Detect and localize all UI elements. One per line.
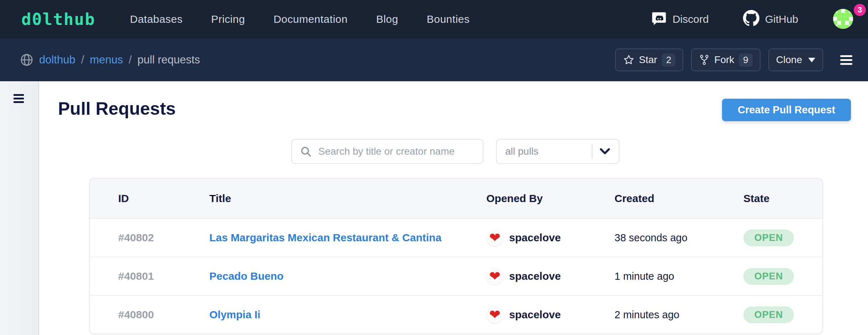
fork-button[interactable]: Fork 9 bbox=[691, 48, 760, 71]
globe-icon bbox=[20, 53, 33, 67]
pr-id: #40802 bbox=[118, 232, 209, 244]
discord-label: Discord bbox=[673, 13, 709, 25]
breadcrumb-current-section: pull requests bbox=[137, 53, 200, 66]
pr-author[interactable]: spacelove bbox=[509, 270, 561, 282]
github-icon bbox=[743, 10, 759, 29]
pr-title-link[interactable]: Las Margaritas Mexican Restaurant & Cant… bbox=[209, 232, 486, 244]
repo-menu-button[interactable] bbox=[840, 55, 852, 65]
breadcrumb-separator: / bbox=[81, 53, 84, 66]
nav-item-documentation[interactable]: Documentation bbox=[273, 13, 347, 25]
content-area: Pull Requests Create Pull Request all pu… bbox=[0, 81, 868, 335]
table-row[interactable]: #40801 Pecado Bueno ❤ spacelove 1 minute… bbox=[90, 257, 822, 295]
caret-down-icon bbox=[808, 58, 815, 62]
pr-opened-by: ❤ spacelove bbox=[486, 268, 615, 285]
github-link[interactable]: GitHub bbox=[743, 10, 798, 29]
nav-item-blog[interactable]: Blog bbox=[376, 13, 398, 25]
status-badge: OPEN bbox=[743, 306, 794, 323]
chevron-down-icon bbox=[600, 148, 610, 155]
breadcrumb: dolthub / menus / pull requests bbox=[20, 38, 200, 81]
discord-icon bbox=[651, 10, 667, 29]
repo-bar: dolthub / menus / pull requests Star 2 bbox=[0, 38, 868, 81]
star-icon bbox=[623, 54, 634, 66]
pr-created-time: 1 minute ago bbox=[615, 270, 743, 282]
page-title: Pull Requests bbox=[58, 98, 176, 119]
pr-author[interactable]: spacelove bbox=[509, 232, 561, 244]
pulls-filter-dropdown[interactable]: all pulls bbox=[496, 139, 619, 164]
breadcrumb-separator: / bbox=[129, 53, 132, 66]
star-label: Star bbox=[639, 54, 657, 66]
dolthub-logo[interactable]: d0lthub bbox=[21, 0, 95, 38]
fork-label: Fork bbox=[714, 54, 734, 66]
column-header-created: Created bbox=[615, 192, 743, 205]
clone-label: Clone bbox=[776, 54, 802, 66]
pr-opened-by: ❤ spacelove bbox=[486, 306, 615, 323]
column-header-state: State bbox=[743, 192, 822, 205]
breadcrumb-repo-link[interactable]: menus bbox=[90, 53, 123, 66]
pr-created-time: 38 seconds ago bbox=[615, 232, 743, 244]
table-row[interactable]: #40802 Las Margaritas Mexican Restaurant… bbox=[90, 218, 822, 257]
column-header-title: Title bbox=[209, 192, 486, 205]
sidebar-toggle-button[interactable] bbox=[14, 94, 24, 103]
status-badge: OPEN bbox=[743, 268, 794, 285]
left-sidebar bbox=[0, 81, 39, 335]
heart-avatar-icon: ❤ bbox=[486, 306, 503, 323]
pr-opened-by: ❤ spacelove bbox=[486, 229, 615, 246]
github-label: GitHub bbox=[765, 13, 798, 25]
breadcrumb-owner-link[interactable]: dolthub bbox=[39, 53, 75, 66]
page: d0lthub Databases Pricing Documentation … bbox=[0, 0, 868, 335]
pr-id: #40801 bbox=[118, 270, 209, 282]
heart-avatar-icon: ❤ bbox=[486, 268, 503, 285]
notification-badge[interactable]: 3 bbox=[854, 4, 866, 16]
clone-button[interactable]: Clone bbox=[768, 48, 823, 71]
create-pull-request-button[interactable]: Create Pull Request bbox=[722, 99, 851, 121]
fork-icon bbox=[699, 54, 710, 66]
table-row[interactable]: #40800 Olympia Ii ❤ spacelove 2 minutes … bbox=[90, 295, 822, 334]
discord-link[interactable]: Discord bbox=[651, 10, 709, 29]
pulls-filter-value: all pulls bbox=[505, 146, 592, 157]
pr-title-link[interactable]: Pecado Bueno bbox=[209, 270, 486, 282]
fork-count[interactable]: 9 bbox=[739, 53, 752, 67]
status-badge: OPEN bbox=[743, 230, 794, 246]
nav-item-bounties[interactable]: Bounties bbox=[427, 13, 470, 25]
star-button[interactable]: Star 2 bbox=[615, 48, 684, 71]
pull-requests-table: ID Title Opened By Created State #40802 … bbox=[89, 178, 823, 334]
search-icon bbox=[300, 145, 312, 158]
user-avatar[interactable]: 3 bbox=[833, 9, 854, 30]
column-header-opened-by: Opened By bbox=[486, 192, 615, 205]
heart-avatar-icon: ❤ bbox=[486, 229, 503, 246]
dropdown-divider bbox=[592, 144, 592, 159]
search-input[interactable] bbox=[318, 146, 475, 157]
nav-right: Discord GitHub bbox=[651, 0, 854, 38]
pr-author[interactable]: spacelove bbox=[509, 309, 561, 321]
top-nav: d0lthub Databases Pricing Documentation … bbox=[0, 0, 868, 38]
pr-title-link[interactable]: Olympia Ii bbox=[209, 309, 486, 321]
avatar-identicon bbox=[833, 9, 853, 29]
pr-id: #40800 bbox=[118, 309, 209, 321]
star-count[interactable]: 2 bbox=[662, 53, 675, 67]
column-header-id: ID bbox=[118, 192, 209, 205]
search-box bbox=[291, 139, 483, 164]
pr-created-time: 2 minutes ago bbox=[615, 309, 743, 321]
repo-actions: Star 2 Fork 9 Clone bbox=[615, 38, 852, 81]
nav-item-pricing[interactable]: Pricing bbox=[211, 13, 245, 25]
main-nav: Databases Pricing Documentation Blog Bou… bbox=[130, 0, 470, 38]
table-header-row: ID Title Opened By Created State bbox=[90, 179, 822, 218]
nav-item-databases[interactable]: Databases bbox=[130, 13, 183, 25]
